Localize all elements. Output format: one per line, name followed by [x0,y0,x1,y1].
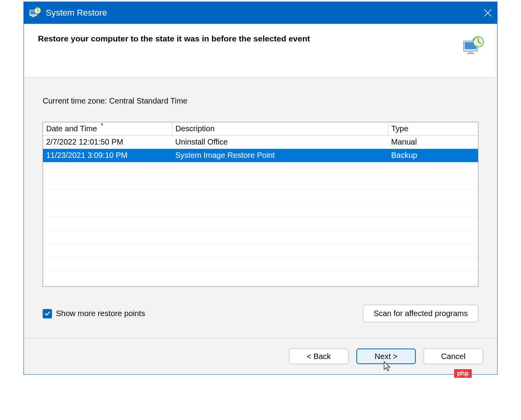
system-restore-window: System Restore Restore your computer to … [23,2,498,375]
checkbox-label: Show more restore points [56,309,145,318]
cell-description: Uninstall Office [172,136,388,149]
table-row[interactable]: 11/23/2021 3:09:10 PM System Image Resto… [43,149,478,162]
window-title: System Restore [46,8,478,18]
svg-rect-2 [32,16,35,17]
table-row[interactable]: 2/7/2022 12:01:50 PM Uninstall Office Ma… [43,136,478,149]
wizard-footer: < Back Next > Cancel [24,338,497,374]
timezone-label: Current time zone: Central Standard Time [43,97,478,105]
cell-date: 11/23/2021 3:09:10 PM [43,149,172,162]
wizard-header: Restore your computer to the state it wa… [24,24,497,78]
scan-affected-programs-button[interactable]: Scan for affected programs [363,305,478,322]
column-header-type[interactable]: Type [388,122,478,136]
table-row[interactable] [43,231,478,244]
svg-rect-10 [467,53,474,54]
system-restore-icon [29,7,41,19]
column-header-description[interactable]: Description [172,122,388,136]
titlebar: System Restore [24,2,497,24]
restore-points-table: Date and Time ▾ Description Type 2/7/202… [43,122,478,285]
table-row[interactable] [43,272,478,285]
restore-points-table-container: Date and Time ▾ Description Type 2/7/202… [43,122,478,287]
wizard-content: Current time zone: Central Standard Time… [24,78,497,338]
watermark-badge: php [454,369,472,378]
svg-rect-9 [468,51,473,53]
show-more-restore-points-checkbox[interactable]: Show more restore points [43,309,145,318]
table-row[interactable] [43,258,478,272]
cell-type: Backup [388,149,478,162]
cell-type: Manual [388,136,478,149]
bottom-controls: Show more restore points Scan for affect… [43,305,478,322]
table-row[interactable] [43,203,478,217]
cell-description: System Image Restore Point [172,149,388,162]
table-row[interactable] [43,244,478,258]
back-button[interactable]: < Back [289,349,349,364]
table-row[interactable] [43,176,478,189]
column-header-date[interactable]: Date and Time ▾ [43,122,172,136]
sort-descending-icon: ▾ [101,122,103,127]
cancel-button[interactable]: Cancel [424,349,483,364]
checkbox-checked-icon [43,309,52,318]
table-row[interactable] [43,189,478,203]
close-button[interactable] [478,2,497,24]
cell-date: 2/7/2022 12:01:50 PM [43,136,172,149]
restore-computer-icon [462,36,485,55]
table-row[interactable] [43,162,478,176]
next-button[interactable]: Next > [356,349,416,364]
close-icon [483,9,492,17]
wizard-heading: Restore your computer to the state it wa… [38,34,462,43]
table-row[interactable] [43,217,478,231]
